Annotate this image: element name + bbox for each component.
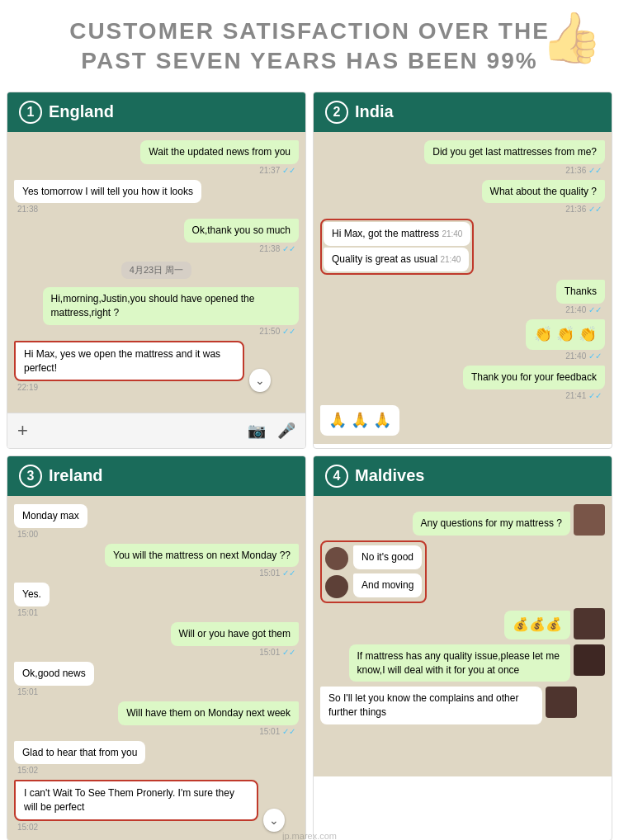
msg: Ok,good news 15:01 [14, 662, 94, 696]
thumbs-up-icon: 👍 [541, 8, 602, 67]
avatar [325, 575, 348, 598]
maldives-chat-body: Any questions for my mattress ? No it's … [314, 496, 612, 776]
avatar [325, 547, 348, 570]
msg: Thank you for your feedback 21:41 ✓✓ [463, 366, 605, 400]
msg: Will have them on Monday next week 15:01… [118, 701, 299, 736]
india-number: 2 [325, 101, 348, 124]
msg: And moving [325, 573, 422, 598]
england-chat-body: Wait the updated news from you 21:37 ✓✓ … [7, 132, 305, 413]
msg-highlighted: Hi Max, got the mattress 21:40 Quality i… [320, 219, 474, 275]
england-panel: 1 England Wait the updated news from you… [7, 92, 306, 449]
msg: Will or you have got them 15:01 ✓✓ [171, 622, 299, 657]
mic-icon[interactable]: 🎤 [277, 422, 295, 440]
page-title: CUSTOMER SATISFACTION OVER THE PAST SEVE… [25, 17, 594, 77]
scroll-button[interactable]: ⌄ [263, 809, 284, 832]
image-thumbnail [546, 687, 577, 718]
msg: You will the mattress on next Monday ?? … [105, 544, 299, 578]
india-chat-body: Did you get last mattresses from me? 21:… [314, 132, 612, 444]
ireland-label: Ireland [49, 466, 103, 485]
chat-grid: 1 England Wait the updated news from you… [0, 85, 619, 840]
watermark: jp.marex.com [282, 831, 337, 840]
maldives-panel: 4 Maldives Any questions for my mattress… [313, 455, 612, 840]
scroll-button[interactable]: ⌄ [249, 369, 270, 392]
maldives-label: Maldives [355, 466, 424, 485]
england-header: 1 England [7, 92, 305, 132]
india-panel: 2 India Did you get last mattresses from… [313, 92, 612, 449]
england-footer: + 📷 🎤 [7, 413, 305, 448]
image-thumbnail [574, 608, 605, 639]
ireland-header: 3 Ireland [7, 456, 305, 496]
msg: No it's good [325, 545, 422, 570]
ireland-panel: 3 Ireland Monday max 15:00 You will the … [7, 455, 306, 840]
msg: Did you get last mattresses from me? 21:… [424, 140, 605, 175]
msg: 👏 👏 👏 21:40 ✓✓ [526, 319, 605, 361]
msg-highlighted: I can't Wait To See Them Pronerly. I'm s… [14, 780, 258, 832]
footer-icons: 📷 🎤 [248, 422, 295, 440]
msg: Thanks 21:40 ✓✓ [556, 280, 605, 314]
england-number: 1 [19, 101, 42, 124]
add-icon[interactable]: + [17, 420, 28, 441]
msg: Monday max 15:00 [14, 504, 87, 539]
image-thumbnail [574, 504, 605, 536]
msg: Wait the updated news from you 21:37 ✓✓ [140, 140, 299, 175]
camera-icon[interactable]: 📷 [248, 422, 266, 440]
msg: Hi,morning,Justin,you should have opened… [43, 287, 300, 336]
msg: So I'll let you know the complains and o… [320, 687, 542, 724]
india-header: 2 India [314, 92, 612, 132]
msg: Yes tomorrow I will tell you how it look… [14, 180, 201, 215]
england-label: England [49, 102, 114, 121]
india-label: India [355, 102, 394, 121]
msg: What about the quality ? 21:36 ✓✓ [482, 180, 605, 215]
msg: 🙏 🙏 🙏 [320, 405, 399, 436]
ireland-number: 3 [19, 465, 42, 488]
msg-highlighted: Hi Max, yes we open the mattress and it … [14, 341, 244, 393]
maldives-number: 4 [325, 465, 348, 488]
msg: Any questions for my mattress ? [413, 512, 570, 536]
image-thumbnail [574, 644, 605, 676]
maldives-header: 4 Maldives [314, 456, 612, 496]
msg: If mattress has any quality issue,please… [349, 644, 571, 682]
date-divider: 4月23日 周一 [121, 262, 191, 279]
ireland-chat-body: Monday max 15:00 You will the mattress o… [7, 496, 305, 840]
msg: Glad to hear that from you 15:02 [14, 741, 145, 776]
header: 👍 CUSTOMER SATISFACTION OVER THE PAST SE… [0, 0, 619, 85]
msg: Yes. 15:01 [14, 583, 50, 617]
msg: Ok,thank you so much 21:38 ✓✓ [184, 219, 299, 253]
msg: 💰💰💰 [504, 611, 570, 639]
